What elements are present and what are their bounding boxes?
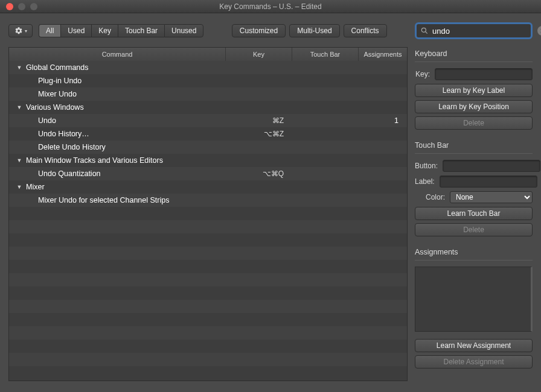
table-row[interactable]: Plug-in Undo <box>9 74 407 87</box>
actions-menu-button[interactable]: ▾ <box>8 24 33 37</box>
table-group-row[interactable]: ▼Main Window Tracks and Various Editors <box>9 154 407 167</box>
touchbar-label-field[interactable] <box>440 175 537 188</box>
search-icon <box>420 27 429 35</box>
close-window-button[interactable] <box>6 3 13 10</box>
learn-new-assignment-button[interactable]: Learn New Assignment <box>415 339 533 352</box>
svg-line-1 <box>425 31 427 33</box>
learn-by-key-position-button[interactable]: Learn by Key Position <box>415 100 533 113</box>
touchbar-button-label: Button: <box>415 162 443 170</box>
table-row[interactable]: Delete Undo History <box>9 141 407 154</box>
row-label: Mixer Undo <box>38 90 77 98</box>
chevron-down-icon: ▾ <box>25 28 27 34</box>
table-row-empty <box>9 313 407 326</box>
row-label: Plug-in Undo <box>38 77 82 85</box>
table-row-empty <box>9 326 407 340</box>
row-label: Undo <box>38 116 56 125</box>
keyboard-delete-button[interactable]: Delete <box>415 116 533 130</box>
column-header-touchbar[interactable]: Touch Bar <box>292 48 359 61</box>
filter-tab-all[interactable]: All <box>39 24 60 37</box>
filter-tab-unused[interactable]: Unused <box>164 24 203 37</box>
row-key: ⌥⌘Z <box>226 130 292 138</box>
gear-icon <box>14 27 23 35</box>
disclosure-triangle-icon[interactable]: ▼ <box>15 65 24 71</box>
search-input[interactable] <box>432 27 534 36</box>
row-key: ⌘Z <box>226 116 292 125</box>
window-title: Key Commands – U.S. – Edited <box>0 2 541 11</box>
assignments-heading: Assignments <box>415 245 533 261</box>
filter-tab-used[interactable]: Used <box>60 24 91 37</box>
row-label: Main Window Tracks and Various Editors <box>26 156 163 165</box>
table-row-empty <box>9 207 407 220</box>
disclosure-triangle-icon[interactable]: ▼ <box>15 184 24 190</box>
row-label: Undo History… <box>38 130 89 138</box>
key-field-label: Key: <box>415 70 435 78</box>
row-label: Mixer <box>26 183 45 191</box>
filter-pill-customized[interactable]: Customized <box>232 24 286 37</box>
column-header-key[interactable]: Key <box>226 48 292 61</box>
svg-point-0 <box>421 28 426 32</box>
filter-segmented-control: AllUsedKeyTouch BarUnused <box>39 24 203 37</box>
table-row[interactable]: Undo Quantization⌥⌘Q <box>9 167 407 180</box>
row-assignments: 1 <box>359 116 407 125</box>
table-group-row[interactable]: ▼Mixer <box>9 180 407 194</box>
learn-touch-bar-button[interactable]: Learn Touch Bar <box>415 207 533 220</box>
table-row-empty <box>9 366 407 379</box>
table-row-empty <box>9 273 407 286</box>
keyboard-heading: Keyboard <box>415 47 533 62</box>
table-row-empty <box>9 300 407 313</box>
touchbar-label-label: Label: <box>415 177 440 186</box>
row-label: Mixer Undo for selected Channel Strips <box>38 196 169 204</box>
table-group-row[interactable]: ▼Various Windows <box>9 101 407 114</box>
delete-assignment-button[interactable]: Delete Assignment <box>415 355 533 368</box>
zoom-window-button <box>30 3 37 10</box>
touchbar-heading: Touch Bar <box>415 139 533 154</box>
row-key: ⌥⌘Q <box>226 169 292 178</box>
touchbar-button-field[interactable] <box>443 160 540 172</box>
table-header: Command Key Touch Bar Assignments <box>9 48 407 61</box>
key-field[interactable] <box>435 68 533 80</box>
filter-tab-touch-bar[interactable]: Touch Bar <box>118 24 164 37</box>
disclosure-triangle-icon[interactable]: ▼ <box>15 104 24 110</box>
clear-search-button[interactable]: ✕ <box>537 26 541 36</box>
disclosure-triangle-icon[interactable]: ▼ <box>15 157 24 163</box>
table-row[interactable]: Undo History…⌥⌘Z <box>9 127 407 141</box>
table-row-empty <box>9 286 407 300</box>
row-label: Delete Undo History <box>38 143 106 151</box>
search-field[interactable]: ✕ <box>415 22 533 39</box>
column-header-assignments[interactable]: Assignments <box>359 48 407 61</box>
filter-pill-group: CustomizedMulti-UsedConflicts <box>232 24 387 37</box>
table-row[interactable]: Mixer Undo <box>9 87 407 101</box>
window-titlebar: Key Commands – U.S. – Edited <box>0 0 541 13</box>
table-row-empty <box>9 247 407 260</box>
row-label: Undo Quantization <box>38 169 101 178</box>
filter-pill-multi-used[interactable]: Multi-Used <box>289 24 339 37</box>
inspector-panel: Keyboard Key: Learn by Key Label Learn b… <box>415 47 533 381</box>
row-label: Global Commands <box>26 63 89 72</box>
touchbar-delete-button[interactable]: Delete <box>415 223 533 236</box>
table-row-empty <box>9 233 407 247</box>
filter-pill-conflicts[interactable]: Conflicts <box>344 24 387 37</box>
table-row[interactable]: Undo⌘Z1 <box>9 114 407 127</box>
touchbar-color-select[interactable]: None <box>450 191 533 203</box>
table-row-empty <box>9 340 407 353</box>
filter-tab-key[interactable]: Key <box>91 24 118 37</box>
learn-by-key-label-button[interactable]: Learn by Key Label <box>415 84 533 97</box>
row-label: Various Windows <box>26 103 84 112</box>
table-row-empty <box>9 220 407 233</box>
commands-table: Command Key Touch Bar Assignments ▼Globa… <box>8 47 408 381</box>
table-row-empty <box>9 353 407 366</box>
minimize-window-button <box>18 3 25 10</box>
table-row-empty <box>9 260 407 273</box>
table-row[interactable]: Mixer Undo for selected Channel Strips <box>9 194 407 207</box>
column-header-command[interactable]: Command <box>9 48 226 61</box>
table-body: ▼Global CommandsPlug-in UndoMixer Undo▼V… <box>9 61 407 381</box>
table-group-row[interactable]: ▼Global Commands <box>9 61 407 74</box>
assignments-list[interactable] <box>415 267 533 332</box>
touchbar-color-label: Color: <box>415 193 450 201</box>
